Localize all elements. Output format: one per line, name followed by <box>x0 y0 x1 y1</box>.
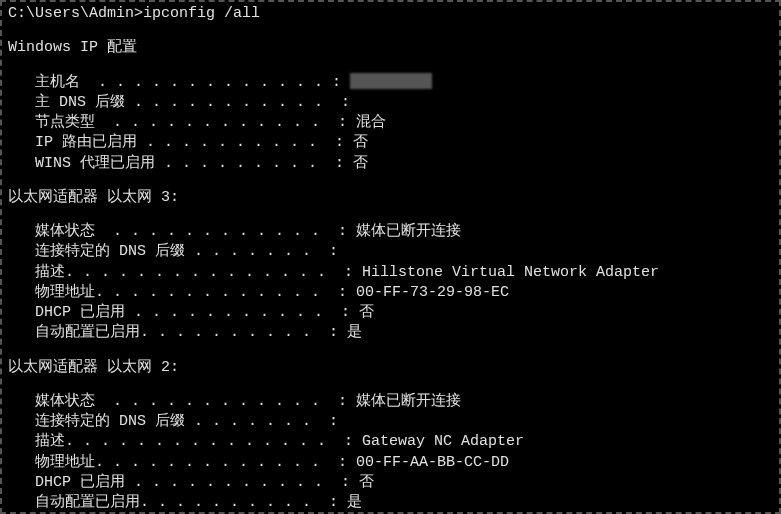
config-entry: DHCP 已启用 . . . . . . . . . . . : 否 <box>8 473 773 493</box>
entry-value: Gateway NC Adapter <box>362 432 524 452</box>
entry-label: 自动配置已启用. . . . . . . . . . : <box>8 493 347 513</box>
entry-value: 00-FF-73-29-98-EC <box>356 283 509 303</box>
adapter2-header: 以太网适配器 以太网 2: <box>8 358 773 378</box>
config-entry: 物理地址. . . . . . . . . . . . . : 00-FF-73… <box>8 283 773 303</box>
config-entry: IP 路由已启用 . . . . . . . . . . : 否 <box>8 133 773 153</box>
config-entry: 自动配置已启用. . . . . . . . . . : 是 <box>8 493 773 513</box>
entry-value: 否 <box>353 133 368 153</box>
entry-value: 00-FF-AA-BB-CC-DD <box>356 453 509 473</box>
config-entry: 媒体状态 . . . . . . . . . . . . : 媒体已断开连接 <box>8 222 773 242</box>
entry-label: 媒体状态 . . . . . . . . . . . . : <box>8 392 356 412</box>
entry-value: 否 <box>359 473 374 493</box>
command-prompt[interactable]: C:\Users\Admin>ipconfig /all <box>8 4 773 24</box>
config-entry: 连接特定的 DNS 后缀 . . . . . . . : <box>8 412 773 432</box>
entry-label: 物理地址. . . . . . . . . . . . . : <box>8 283 356 303</box>
entry-value: 否 <box>353 154 368 174</box>
adapter3-header: 以太网适配器 以太网 3: <box>8 188 773 208</box>
entry-label: WINS 代理已启用 . . . . . . . . . : <box>8 154 353 174</box>
entry-value: 混合 <box>356 113 386 133</box>
entry-label: 媒体状态 . . . . . . . . . . . . : <box>8 222 356 242</box>
entry-label: 描述. . . . . . . . . . . . . . . : <box>8 263 362 283</box>
entry-label: 主 DNS 后缀 . . . . . . . . . . . : <box>8 93 350 113</box>
entry-label: IP 路由已启用 . . . . . . . . . . : <box>8 133 353 153</box>
config-entry: 描述. . . . . . . . . . . . . . . : Gatewa… <box>8 432 773 452</box>
entry-label: 主机名 . . . . . . . . . . . . . : <box>8 73 350 93</box>
entry-value: 是 <box>347 323 362 343</box>
entry-value: 是 <box>347 493 362 513</box>
config-entry: 自动配置已启用. . . . . . . . . . : 是 <box>8 323 773 343</box>
config-entry: DHCP 已启用 . . . . . . . . . . . : 否 <box>8 303 773 323</box>
entry-label: DHCP 已启用 . . . . . . . . . . . : <box>8 303 359 323</box>
config-entry: 媒体状态 . . . . . . . . . . . . : 媒体已断开连接 <box>8 392 773 412</box>
entry-label: 节点类型 . . . . . . . . . . . . : <box>8 113 356 133</box>
entry-label: 自动配置已启用. . . . . . . . . . : <box>8 323 347 343</box>
config-entry: 主机名 . . . . . . . . . . . . . : <box>8 73 773 93</box>
ip-config-header: Windows IP 配置 <box>8 38 773 58</box>
config-entry: WINS 代理已启用 . . . . . . . . . : 否 <box>8 154 773 174</box>
entry-label: DHCP 已启用 . . . . . . . . . . . : <box>8 473 359 493</box>
config-entry: 连接特定的 DNS 后缀 . . . . . . . : <box>8 242 773 262</box>
adapter3-section: 媒体状态 . . . . . . . . . . . . : 媒体已断开连接 连… <box>8 222 773 344</box>
entry-label: 描述. . . . . . . . . . . . . . . : <box>8 432 362 452</box>
config-entry: 主 DNS 后缀 . . . . . . . . . . . : <box>8 93 773 113</box>
config-entry: 物理地址. . . . . . . . . . . . . : 00-FF-AA… <box>8 453 773 473</box>
entry-value: 媒体已断开连接 <box>356 392 461 412</box>
adapter2-section: 媒体状态 . . . . . . . . . . . . : 媒体已断开连接 连… <box>8 392 773 514</box>
entry-value: 媒体已断开连接 <box>356 222 461 242</box>
entry-value: Hillstone Virtual Network Adapter <box>362 263 659 283</box>
entry-label: 连接特定的 DNS 后缀 . . . . . . . : <box>8 242 338 262</box>
config-entry: 描述. . . . . . . . . . . . . . . : Hillst… <box>8 263 773 283</box>
entry-label: 连接特定的 DNS 后缀 . . . . . . . : <box>8 412 338 432</box>
host-section: 主机名 . . . . . . . . . . . . . : 主 DNS 后缀… <box>8 73 773 174</box>
config-entry: 节点类型 . . . . . . . . . . . . : 混合 <box>8 113 773 133</box>
entry-value: 否 <box>359 303 374 323</box>
entry-label: 物理地址. . . . . . . . . . . . . : <box>8 453 356 473</box>
hostname-redacted <box>350 73 432 89</box>
